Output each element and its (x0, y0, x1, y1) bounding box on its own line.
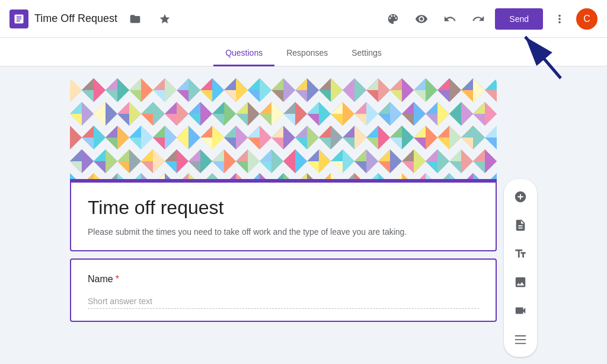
form-description: Please submit the times you need to take… (88, 226, 479, 238)
main-content: Time off request Please submit the times… (0, 66, 607, 364)
add-section-button[interactable] (507, 326, 533, 352)
form-title: Time off request (88, 197, 479, 219)
form-container: Time off request Please submit the times… (70, 78, 497, 352)
send-button[interactable]: Send (495, 8, 543, 30)
tab-questions[interactable]: Questions (213, 41, 274, 66)
redo-button[interactable] (467, 7, 490, 31)
sidebar-tools (504, 179, 537, 357)
star-button[interactable] (153, 7, 177, 31)
folder-button[interactable] (123, 7, 147, 31)
header-canvas (70, 78, 497, 179)
undo-button[interactable] (438, 7, 462, 31)
required-indicator: * (116, 274, 119, 285)
tabs-bar: Questions Responses Settings (0, 38, 607, 66)
topbar: Time Off Request Send C (0, 0, 607, 38)
import-questions-button[interactable] (507, 212, 533, 238)
field-name-label: Name * (88, 274, 479, 285)
more-options-button[interactable] (548, 7, 571, 31)
add-title-button[interactable] (507, 241, 533, 267)
form-header-image (70, 78, 497, 179)
forms-svg-icon (13, 13, 25, 25)
form-title-card: Time off request Please submit the times… (70, 179, 497, 251)
name-input[interactable] (88, 294, 479, 309)
add-question-button[interactable] (507, 184, 533, 210)
forms-app-icon (9, 9, 28, 28)
user-avatar[interactable]: C (576, 8, 598, 30)
topbar-actions: Send C (381, 7, 598, 31)
add-image-button[interactable] (507, 269, 533, 295)
tab-responses[interactable]: Responses (274, 41, 340, 66)
add-video-button[interactable] (507, 298, 533, 324)
tab-settings[interactable]: Settings (340, 41, 394, 66)
preview-button[interactable] (410, 7, 433, 31)
topbar-left: Time Off Request (9, 7, 381, 31)
document-title: Time Off Request (34, 12, 117, 25)
form-field-name-card: Name * (70, 258, 497, 322)
palette-button[interactable] (381, 7, 405, 31)
